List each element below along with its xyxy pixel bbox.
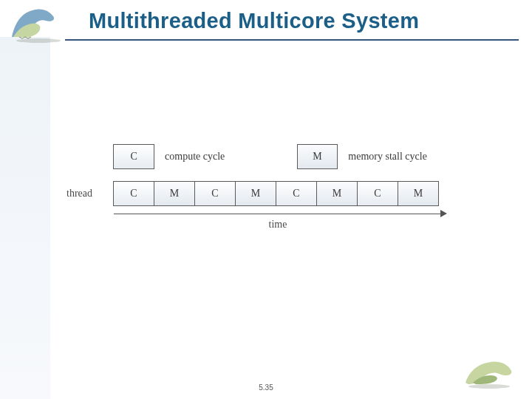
legend-compute-cell: C (113, 144, 154, 169)
thread-row: thread C M C M C M C M (66, 181, 480, 206)
slide-title: Multithreaded Multicore System (89, 9, 419, 33)
arrow-head-icon (440, 210, 447, 217)
title-underline (65, 39, 519, 41)
legend-row: C compute cycle M memory stall cycle (66, 144, 480, 169)
time-arrow (66, 214, 442, 214)
svg-point-0 (16, 38, 61, 43)
thread-cell: M (235, 181, 276, 206)
legend-memory-cell: M (297, 144, 338, 169)
thread-cell: C (113, 181, 154, 206)
cycle-diagram: C compute cycle M memory stall cycle thr… (66, 144, 480, 231)
thread-cell: M (398, 181, 439, 206)
page-number: 5.35 (0, 383, 532, 392)
legend-compute-label: compute cycle (154, 144, 297, 169)
thread-cell: M (154, 181, 195, 206)
thread-cell: M (316, 181, 358, 206)
thread-cell: C (194, 181, 236, 206)
slide-sidebar (0, 37, 50, 399)
dinosaur-logo-top (4, 3, 71, 44)
legend-memory-label: memory stall cycle (338, 144, 480, 169)
thread-label: thread (66, 181, 114, 206)
time-axis-label: time (66, 219, 442, 231)
thread-cell: C (276, 181, 317, 206)
thread-cell: C (357, 181, 398, 206)
